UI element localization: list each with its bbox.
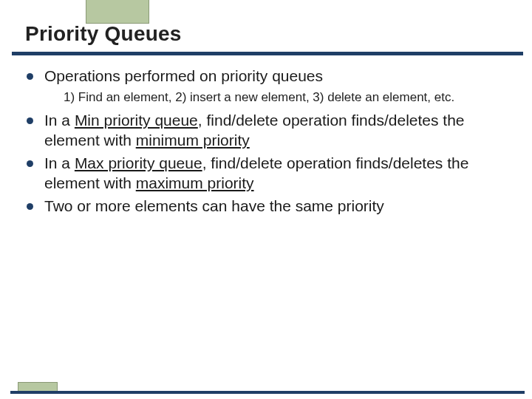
footer-accent-block [18,382,58,391]
header-accent-block [86,0,149,24]
bullet-text: In a Max priority queue, find/delete ope… [44,154,468,191]
list-item: In a Max priority queue, find/delete ope… [25,154,511,194]
bullet-text: Operations performed on priority queues [44,67,323,84]
list-item: Two or more elements can have the same p… [25,197,511,216]
bullet-list: Operations performed on priority queues … [25,66,511,216]
sub-bullet-text: 1) Find an element, 2) insert a new elem… [25,89,511,105]
list-item: In a Min priority queue, find/delete ope… [25,111,511,151]
bullet-text: Two or more elements can have the same p… [44,197,384,214]
slide-body: Operations performed on priority queues … [25,66,511,219]
slide-title: Priority Queues [25,22,532,50]
footer-underline [10,391,525,394]
title-underline [12,52,523,55]
title-area: Priority Queues [0,22,532,50]
bullet-text: In a Min priority queue, find/delete ope… [44,112,465,149]
list-item: Operations performed on priority queues [25,66,511,86]
